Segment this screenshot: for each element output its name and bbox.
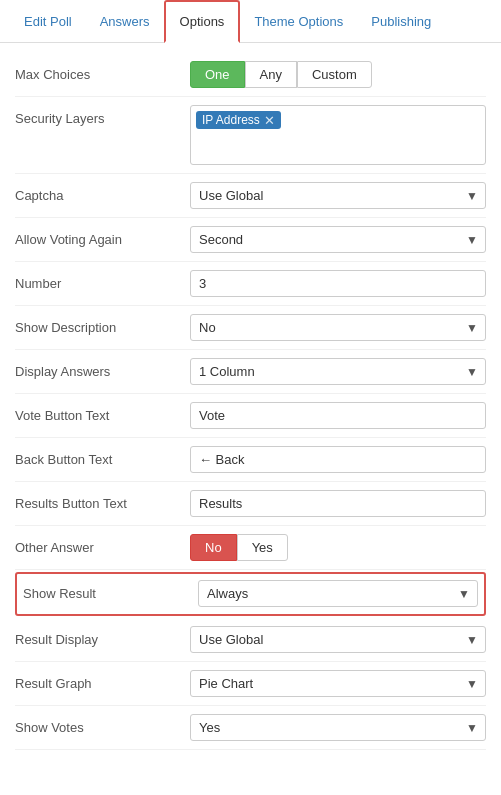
security-layers-row: Security Layers IP Address ✕ [15, 97, 486, 174]
results-button-text-input[interactable] [190, 490, 486, 517]
show-votes-select-wrap: Yes No ▼ [190, 714, 486, 741]
result-graph-control: Pie Chart Bar Chart None ▼ [190, 670, 486, 697]
tab-publishing[interactable]: Publishing [357, 2, 445, 41]
allow-voting-again-control: Never Second Minute Hour Day ▼ [190, 226, 486, 253]
other-answer-label: Other Answer [15, 534, 190, 555]
allow-voting-again-row: Allow Voting Again Never Second Minute H… [15, 218, 486, 262]
ip-address-tag-text: IP Address [202, 113, 260, 127]
allow-voting-again-select-wrap: Never Second Minute Hour Day ▼ [190, 226, 486, 253]
max-choices-any-btn[interactable]: Any [245, 61, 297, 88]
display-answers-label: Display Answers [15, 358, 190, 379]
back-button-text-row: Back Button Text [15, 438, 486, 482]
number-input[interactable] [190, 270, 486, 297]
result-graph-select[interactable]: Pie Chart Bar Chart None [190, 670, 486, 697]
result-display-label: Result Display [15, 626, 190, 647]
show-result-row: Show Result Always Never After Vote ▼ [15, 572, 486, 616]
tab-bar: Edit Poll Answers Options Theme Options … [0, 0, 501, 43]
max-choices-btn-group: One Any Custom [190, 61, 486, 88]
allow-voting-again-select[interactable]: Never Second Minute Hour Day [190, 226, 486, 253]
results-button-text-control [190, 490, 486, 517]
max-choices-custom-btn[interactable]: Custom [297, 61, 372, 88]
back-button-text-input[interactable] [190, 446, 486, 473]
show-description-label: Show Description [15, 314, 190, 335]
max-choices-one-btn[interactable]: One [190, 61, 245, 88]
back-button-text-control [190, 446, 486, 473]
max-choices-label: Max Choices [15, 61, 190, 82]
captcha-select-wrap: Use Global Yes No ▼ [190, 182, 486, 209]
security-layers-tag-area[interactable]: IP Address ✕ [190, 105, 486, 165]
max-choices-row: Max Choices One Any Custom [15, 53, 486, 97]
results-button-text-row: Results Button Text [15, 482, 486, 526]
tab-answers[interactable]: Answers [86, 2, 164, 41]
captcha-control: Use Global Yes No ▼ [190, 182, 486, 209]
result-graph-select-wrap: Pie Chart Bar Chart None ▼ [190, 670, 486, 697]
result-graph-label: Result Graph [15, 670, 190, 691]
results-button-text-label: Results Button Text [15, 490, 190, 511]
show-votes-row: Show Votes Yes No ▼ [15, 706, 486, 750]
show-description-select-wrap: No Yes ▼ [190, 314, 486, 341]
tab-options[interactable]: Options [164, 0, 241, 43]
show-votes-select[interactable]: Yes No [190, 714, 486, 741]
show-description-row: Show Description No Yes ▼ [15, 306, 486, 350]
number-control [190, 270, 486, 297]
show-result-select-wrap: Always Never After Vote ▼ [198, 580, 478, 607]
captcha-row: Captcha Use Global Yes No ▼ [15, 174, 486, 218]
vote-button-text-row: Vote Button Text [15, 394, 486, 438]
other-answer-yes-btn[interactable]: Yes [237, 534, 288, 561]
tab-theme-options[interactable]: Theme Options [240, 2, 357, 41]
number-label: Number [15, 270, 190, 291]
back-button-text-label: Back Button Text [15, 446, 190, 467]
max-choices-control: One Any Custom [190, 61, 486, 88]
allow-voting-again-label: Allow Voting Again [15, 226, 190, 247]
display-answers-select[interactable]: 1 Column 2 Columns 3 Columns [190, 358, 486, 385]
show-result-select[interactable]: Always Never After Vote [198, 580, 478, 607]
security-layers-control: IP Address ✕ [190, 105, 486, 165]
result-display-control: Use Global Inline Redirect ▼ [190, 626, 486, 653]
result-display-select-wrap: Use Global Inline Redirect ▼ [190, 626, 486, 653]
display-answers-control: 1 Column 2 Columns 3 Columns ▼ [190, 358, 486, 385]
show-result-control: Always Never After Vote ▼ [198, 580, 478, 607]
other-answer-btn-group: No Yes [190, 534, 486, 561]
tab-edit-poll[interactable]: Edit Poll [10, 2, 86, 41]
show-description-control: No Yes ▼ [190, 314, 486, 341]
ip-address-tag-close[interactable]: ✕ [264, 114, 275, 127]
result-display-select[interactable]: Use Global Inline Redirect [190, 626, 486, 653]
vote-button-text-label: Vote Button Text [15, 402, 190, 423]
vote-button-text-input[interactable] [190, 402, 486, 429]
other-answer-row: Other Answer No Yes [15, 526, 486, 570]
show-description-select[interactable]: No Yes [190, 314, 486, 341]
captcha-select[interactable]: Use Global Yes No [190, 182, 486, 209]
other-answer-no-btn[interactable]: No [190, 534, 237, 561]
captcha-label: Captcha [15, 182, 190, 203]
vote-button-text-control [190, 402, 486, 429]
show-votes-control: Yes No ▼ [190, 714, 486, 741]
options-form: Max Choices One Any Custom Security Laye… [0, 43, 501, 760]
other-answer-control: No Yes [190, 534, 486, 561]
security-layers-label: Security Layers [15, 105, 190, 126]
result-display-row: Result Display Use Global Inline Redirec… [15, 618, 486, 662]
show-votes-label: Show Votes [15, 714, 190, 735]
ip-address-tag: IP Address ✕ [196, 111, 281, 129]
result-graph-row: Result Graph Pie Chart Bar Chart None ▼ [15, 662, 486, 706]
display-answers-select-wrap: 1 Column 2 Columns 3 Columns ▼ [190, 358, 486, 385]
show-result-label: Show Result [23, 580, 198, 601]
number-row: Number [15, 262, 486, 306]
display-answers-row: Display Answers 1 Column 2 Columns 3 Col… [15, 350, 486, 394]
